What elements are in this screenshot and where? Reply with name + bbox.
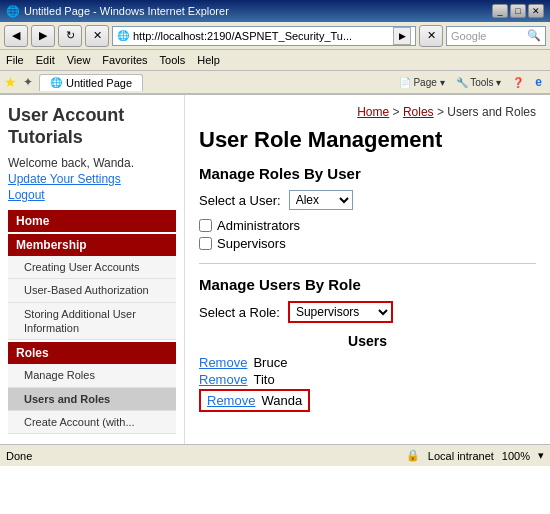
tools-menu[interactable]: 🔧 Tools ▾ [452, 75, 506, 90]
label-administrators: Administrators [217, 218, 300, 233]
favorites-star-icon[interactable]: ★ [4, 74, 17, 90]
go-button[interactable]: ▶ [393, 27, 411, 45]
tab-label: Untitled Page [66, 77, 132, 89]
breadcrumb-current: Users and Roles [447, 105, 536, 119]
menu-file[interactable]: File [6, 54, 24, 66]
current-tab[interactable]: 🌐 Untitled Page [39, 74, 143, 91]
zoom-level: 100% [502, 450, 530, 462]
section2-title: Manage Users By Role [199, 276, 536, 293]
role-checkbox-administrators: Administrators [199, 218, 536, 233]
address-icon: 🌐 [117, 30, 129, 41]
address-bar[interactable]: 🌐 http://localhost:2190/ASPNET_Security_… [112, 26, 416, 46]
nav-roles[interactable]: Roles [8, 342, 176, 364]
logout-link[interactable]: Logout [8, 188, 176, 202]
window-title: Untitled Page - Windows Internet Explore… [24, 5, 229, 17]
select-user-label: Select a User: [199, 193, 281, 208]
zone-icon: 🔒 [406, 449, 420, 462]
status-bar: Done 🔒 Local intranet 100% ▾ [0, 444, 550, 466]
select-role-row: Select a Role: Administrators Supervisor… [199, 301, 536, 323]
page-title: User Role Management [199, 127, 536, 153]
sidebar: User Account Tutorials Welcome back, Wan… [0, 95, 185, 444]
close-btn[interactable]: ✕ [528, 4, 544, 18]
checkbox-administrators[interactable] [199, 219, 212, 232]
sidebar-item-storing-user-info[interactable]: Storing Additional User Information [8, 303, 176, 341]
breadcrumb-sep2: > [434, 105, 448, 119]
user-name-2: Wanda [261, 393, 302, 408]
ie-nav-bar: ◀ ▶ ↻ ✕ 🌐 http://localhost:2190/ASPNET_S… [0, 22, 550, 50]
nav-home[interactable]: Home [8, 210, 176, 232]
ie-menu-bar: File Edit View Favorites Tools Help [0, 50, 550, 70]
menu-edit[interactable]: Edit [36, 54, 55, 66]
user-name-1: Tito [253, 372, 274, 387]
remove-link-1[interactable]: Remove [199, 372, 247, 387]
ie-links-bar: ★ ✦ 🌐 Untitled Page 📄 Page ▾ 🔧 Tools ▾ ❓… [0, 70, 550, 94]
browser-icon: 🌐 [6, 5, 20, 18]
breadcrumb-home[interactable]: Home [357, 105, 389, 119]
sidebar-item-users-and-roles[interactable]: Users and Roles [8, 388, 176, 411]
title-bar-controls[interactable]: _ □ ✕ [492, 4, 544, 18]
update-settings-link[interactable]: Update Your Settings [8, 172, 176, 186]
sidebar-item-user-based-auth[interactable]: User-Based Authorization [8, 279, 176, 302]
user-name-0: Bruce [253, 355, 287, 370]
page-menu[interactable]: 📄 Page ▾ [395, 75, 449, 90]
status-text: Done [6, 450, 32, 462]
address-text: http://localhost:2190/ASPNET_Security_Tu… [133, 30, 389, 42]
search-placeholder: Google [451, 30, 527, 42]
site-title: User Account Tutorials [8, 105, 176, 148]
title-bar: 🌐 Untitled Page - Windows Internet Explo… [0, 0, 550, 22]
user-row-2: Remove Wanda [199, 389, 310, 412]
sidebar-item-creating-user-accounts[interactable]: Creating User Accounts [8, 256, 176, 279]
ie-toolbar: ◀ ▶ ↻ ✕ 🌐 http://localhost:2190/ASPNET_S… [0, 22, 550, 95]
zoom-icon: ▾ [538, 449, 544, 462]
menu-favorites[interactable]: Favorites [102, 54, 147, 66]
tab-page-icon: 🌐 [50, 77, 62, 88]
help-icon[interactable]: ❓ [508, 75, 528, 90]
label-supervisors: Supervisors [217, 236, 286, 251]
forward-button[interactable]: ▶ [31, 25, 55, 47]
close-tab-btn[interactable]: ✕ [419, 25, 443, 47]
sidebar-item-manage-roles[interactable]: Manage Roles [8, 364, 176, 387]
ie-icon: e [531, 73, 546, 91]
title-bar-left: 🌐 Untitled Page - Windows Internet Explo… [6, 5, 229, 18]
page-wrapper: User Account Tutorials Welcome back, Wan… [0, 95, 550, 444]
menu-tools[interactable]: Tools [160, 54, 186, 66]
nav-membership[interactable]: Membership [8, 234, 176, 256]
menu-help[interactable]: Help [197, 54, 220, 66]
role-checkbox-supervisors: Supervisors [199, 236, 536, 251]
user-row-1: Remove Tito [199, 372, 536, 387]
select-role-label: Select a Role: [199, 305, 280, 320]
nav-section: Home Membership Creating User Accounts U… [8, 210, 176, 434]
status-right: 🔒 Local intranet 100% ▾ [406, 449, 544, 462]
zone-text: Local intranet [428, 450, 494, 462]
welcome-text: Welcome back, Wanda. [8, 156, 176, 170]
ie-toolbar-right: 📄 Page ▾ 🔧 Tools ▾ ❓ e [395, 73, 546, 91]
sidebar-item-create-account[interactable]: Create Account (with... [8, 411, 176, 434]
menu-view[interactable]: View [67, 54, 91, 66]
role-select[interactable]: Administrators Supervisors [288, 301, 393, 323]
users-section: Users Remove Bruce Remove Tito Remove Wa… [199, 333, 536, 414]
minimize-btn[interactable]: _ [492, 4, 508, 18]
main-content: Home > Roles > Users and Roles User Role… [185, 95, 550, 444]
breadcrumb-roles[interactable]: Roles [403, 105, 434, 119]
section1-title: Manage Roles By User [199, 165, 536, 182]
maximize-btn[interactable]: □ [510, 4, 526, 18]
search-box[interactable]: Google 🔍 [446, 26, 546, 46]
users-header: Users [199, 333, 536, 349]
remove-link-0[interactable]: Remove [199, 355, 247, 370]
refresh-button[interactable]: ↻ [58, 25, 82, 47]
search-button[interactable]: 🔍 [527, 29, 541, 42]
add-tab-icon[interactable]: ✦ [23, 75, 33, 89]
stop-button[interactable]: ✕ [85, 25, 109, 47]
checkbox-supervisors[interactable] [199, 237, 212, 250]
section-divider [199, 263, 536, 264]
user-row-0: Remove Bruce [199, 355, 536, 370]
select-user-row: Select a User: Alex Bruce Dave Fred Tito… [199, 190, 536, 210]
back-button[interactable]: ◀ [4, 25, 28, 47]
user-select[interactable]: Alex Bruce Dave Fred Tito Wanda [289, 190, 353, 210]
breadcrumb: Home > Roles > Users and Roles [199, 105, 536, 119]
remove-link-2[interactable]: Remove [207, 393, 255, 408]
breadcrumb-sep1: > [389, 105, 403, 119]
